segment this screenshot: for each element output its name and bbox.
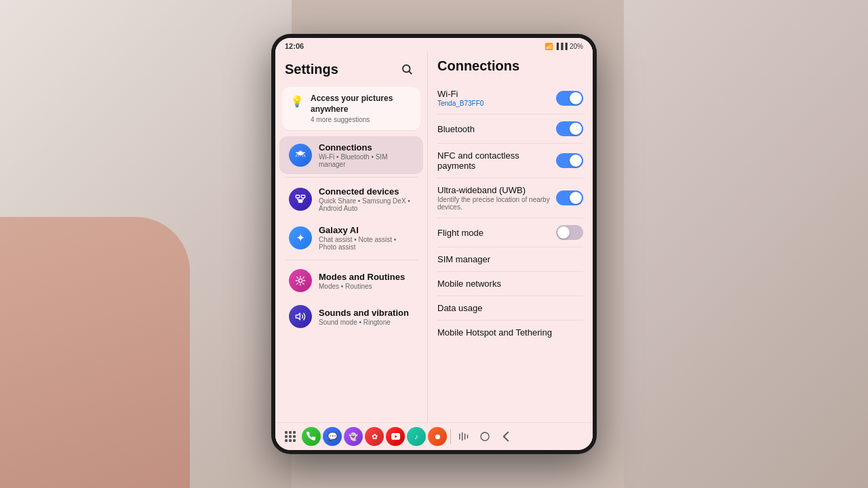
svg-rect-18 [289, 439, 292, 442]
back-button[interactable] [496, 427, 515, 446]
conn-flight-name: Flight mode [437, 228, 484, 238]
connected-devices-sub: Quick Share • Samsung DeX • Android Auto [319, 197, 414, 212]
sidebar-item-sounds[interactable]: Sounds and vibration Sound mode • Ringto… [279, 299, 423, 334]
conn-nfc-name: NFC and contactless payments [437, 150, 556, 171]
settings-header: Settings [275, 52, 427, 84]
conn-bluetooth-text: Bluetooth [437, 124, 475, 134]
device-frame: 12:06 📶 ▐▐▐ 20% Settings [271, 34, 597, 454]
conn-hotspot[interactable]: Mobile Hotspot and Tethering [437, 321, 583, 344]
conn-uwb-sub: Identify the precise location of nearby … [437, 196, 556, 211]
conn-uwb[interactable]: Ultra-wideband (UWB) Identify the precis… [437, 178, 583, 218]
conn-mobile-networks[interactable]: Mobile networks [437, 272, 583, 296]
app-orange-icon[interactable]: ⏺ [428, 427, 447, 446]
conn-nfc[interactable]: NFC and contactless payments [437, 144, 583, 178]
conn-nfc-text: NFC and contactless payments [437, 150, 556, 171]
svg-rect-17 [285, 439, 288, 442]
recent-apps-button[interactable] [454, 427, 473, 446]
conn-bluetooth-name: Bluetooth [437, 124, 475, 134]
svg-rect-11 [285, 431, 288, 434]
modes-text: Modes and Routines Modes • Routines [319, 272, 405, 290]
sounds-icon [289, 305, 312, 328]
app-music-icon[interactable]: ♪ [407, 427, 426, 446]
svg-rect-15 [289, 435, 292, 438]
sidebar-item-galaxy-ai[interactable]: ✦ Galaxy AI Chat assist • Note assist • … [279, 219, 423, 257]
conn-data-name: Data usage [437, 303, 483, 313]
connections-sub: Wi-Fi • Bluetooth • SIM manager [319, 153, 414, 168]
settings-list: 💡 Access your pictures anywhere 4 more s… [275, 84, 427, 422]
bluetooth-toggle-knob [570, 123, 582, 135]
connections-text: Connections Wi-Fi • Bluetooth • SIM mana… [319, 142, 414, 168]
main-content: Settings 💡 Access your pictures anywhere [275, 52, 593, 422]
app-red-icon[interactable]: ✿ [365, 427, 384, 446]
suggestion-text: Access your pictures anywhere 4 more sug… [311, 94, 412, 123]
sidebar-item-connections[interactable]: Connections Wi-Fi • Bluetooth • SIM mana… [279, 136, 423, 174]
svg-line-1 [409, 71, 411, 73]
device-screen: 12:06 📶 ▐▐▐ 20% Settings [275, 38, 593, 450]
suggestion-subtitle: 4 more suggestions [311, 116, 412, 123]
divider-1 [285, 177, 418, 178]
conn-data-usage[interactable]: Data usage [437, 296, 583, 321]
uwb-toggle[interactable] [556, 190, 583, 205]
conn-sim-name: SIM manager [437, 254, 490, 264]
app-purple-icon[interactable]: 👻 [344, 427, 363, 446]
bluetooth-toggle[interactable] [556, 121, 583, 136]
nfc-toggle-knob [570, 155, 582, 167]
uwb-toggle-knob [570, 192, 582, 204]
app-youtube-icon[interactable] [386, 427, 405, 446]
connected-devices-icon [289, 188, 312, 211]
conn-hotspot-name: Mobile Hotspot and Tethering [437, 327, 552, 338]
sidebar-item-connected-devices[interactable]: Connected devices Quick Share • Samsung … [279, 180, 423, 218]
app-phone-icon[interactable] [302, 427, 321, 446]
background-right [624, 0, 868, 488]
wifi-status-icon: 📶 [545, 43, 553, 50]
modes-icon [289, 269, 312, 292]
suggestion-card[interactable]: 💡 Access your pictures anywhere 4 more s… [282, 87, 420, 131]
conn-uwb-name: Ultra-wideband (UWB) [437, 185, 556, 195]
galaxy-ai-sub: Chat assist • Note assist • Photo assist [319, 236, 414, 251]
conn-uwb-text: Ultra-wideband (UWB) Identify the precis… [437, 185, 556, 211]
flight-toggle[interactable] [556, 225, 583, 240]
sounds-label: Sounds and vibration [319, 308, 409, 318]
svg-rect-16 [293, 435, 296, 438]
conn-wifi-name: Wi-Fi [437, 89, 484, 99]
galaxy-ai-text: Galaxy AI Chat assist • Note assist • Ph… [319, 225, 414, 251]
search-button[interactable] [396, 58, 418, 80]
sounds-text: Sounds and vibration Sound mode • Ringto… [319, 308, 409, 326]
status-icons: 📶 ▐▐▐ 20% [545, 43, 583, 50]
conn-sim-text: SIM manager [437, 254, 490, 264]
nav-bar: 💬 👻 ✿ ♪ ⏺ [275, 422, 593, 450]
connected-devices-label: Connected devices [319, 186, 414, 197]
divider-2 [285, 260, 418, 260]
svg-point-9 [298, 279, 302, 283]
conn-sim[interactable]: SIM manager [437, 247, 583, 272]
sounds-sub: Sound mode • Ringtone [319, 319, 409, 326]
nfc-toggle[interactable] [556, 153, 583, 168]
flight-toggle-knob [557, 226, 570, 239]
conn-wifi-text: Wi-Fi Tenda_B73FF0 [437, 89, 484, 107]
modes-label: Modes and Routines [319, 272, 405, 282]
status-time: 12:06 [285, 42, 304, 50]
apps-grid-button[interactable] [281, 427, 300, 446]
conn-bluetooth[interactable]: Bluetooth [437, 115, 583, 144]
wifi-toggle-knob [570, 92, 582, 104]
status-bar: 12:06 📶 ▐▐▐ 20% [275, 38, 593, 52]
conn-mobile-text: Mobile networks [437, 279, 501, 289]
home-button[interactable] [475, 427, 494, 446]
wifi-toggle[interactable] [556, 91, 583, 106]
connected-devices-text: Connected devices Quick Share • Samsung … [319, 186, 414, 212]
connections-icon [289, 144, 312, 167]
conn-data-text: Data usage [437, 303, 483, 313]
conn-flight[interactable]: Flight mode [437, 218, 583, 247]
suggestion-icon: 💡 [290, 95, 304, 108]
conn-hotspot-text: Mobile Hotspot and Tethering [437, 327, 552, 338]
galaxy-ai-icon: ✦ [289, 226, 312, 249]
app-chat-icon[interactable]: 💬 [323, 427, 342, 446]
svg-rect-12 [289, 431, 292, 434]
svg-marker-10 [296, 314, 300, 320]
svg-point-24 [481, 432, 489, 441]
svg-rect-13 [293, 431, 296, 434]
connections-panel: Connections Wi-Fi Tenda_B73FF0 Bluetooth [428, 52, 593, 422]
conn-wifi[interactable]: Wi-Fi Tenda_B73FF0 [437, 82, 583, 115]
conn-wifi-sub: Tenda_B73FF0 [437, 100, 484, 107]
sidebar-item-modes[interactable]: Modes and Routines Modes • Routines [279, 263, 423, 298]
